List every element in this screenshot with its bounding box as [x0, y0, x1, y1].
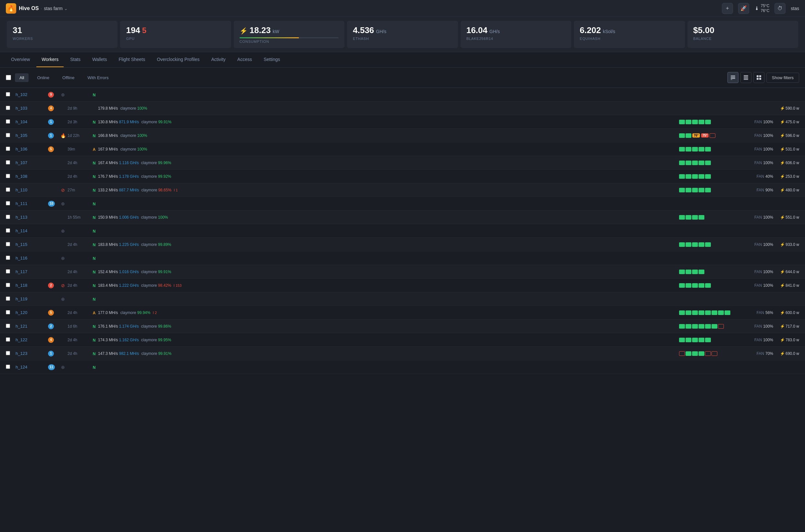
tab-access[interactable]: Access	[232, 52, 257, 67]
alert-badge: 2	[48, 323, 54, 329]
tab-flight-sheets[interactable]: Flight Sheets	[114, 52, 151, 67]
worker-name[interactable]: h_121	[16, 324, 48, 329]
worker-name[interactable]: h_106	[16, 147, 48, 151]
tab-wallets[interactable]: Wallets	[87, 52, 112, 67]
select-all-checkbox[interactable]	[6, 75, 11, 80]
worker-name[interactable]: h_114	[16, 228, 48, 233]
row-checkbox[interactable]	[6, 242, 16, 247]
row-checkbox[interactable]	[6, 188, 16, 193]
filter-offline[interactable]: Offline	[58, 73, 79, 82]
row-checkbox[interactable]	[6, 337, 16, 343]
clock-icon[interactable]: ⏱	[774, 3, 786, 14]
table-row: h_120 5 2d 4h A 177.0 MH/s claymore 99.9…	[0, 306, 805, 320]
row-checkbox[interactable]	[6, 215, 16, 220]
worker-fan: FAN100%	[744, 120, 773, 124]
worker-power: ⚡253.0 w	[773, 174, 799, 179]
row-checkbox[interactable]	[6, 106, 16, 111]
tab-settings[interactable]: Settings	[258, 52, 285, 67]
worker-name[interactable]: h_113	[16, 215, 48, 220]
worker-gpus	[679, 338, 744, 342]
row-checkbox[interactable]	[6, 92, 16, 97]
row-checkbox[interactable]	[6, 255, 16, 261]
svg-rect-6	[744, 78, 748, 78]
view-list-compact[interactable]	[740, 72, 751, 83]
tab-activity[interactable]: Activity	[206, 52, 231, 67]
worker-hashrate: 176.7 MH/s 1.178 GH/s claymore 99.92%	[98, 174, 679, 179]
worker-mode: A	[90, 147, 98, 152]
row-checkbox[interactable]	[6, 147, 16, 152]
tab-stats[interactable]: Stats	[65, 52, 86, 67]
farm-chevron-icon[interactable]: ⌄	[64, 6, 68, 11]
username[interactable]: stas	[791, 6, 799, 11]
alert-badge: 9	[48, 92, 54, 98]
row-checkbox[interactable]	[6, 297, 16, 302]
worker-fan: FAN100%	[744, 283, 773, 288]
equihash-label: EQUIHASH	[580, 37, 679, 41]
rocket-icon[interactable]: 🚀	[738, 3, 749, 14]
row-checkbox[interactable]	[6, 310, 16, 315]
mode-indicator: N	[93, 120, 96, 125]
tab-overclocking[interactable]: Overclocking Profiles	[151, 52, 205, 67]
row-checkbox[interactable]	[6, 228, 16, 233]
row-checkbox[interactable]	[6, 160, 16, 166]
worker-uptime: 2d 4h	[68, 174, 90, 179]
mode-indicator: N	[93, 134, 96, 138]
worker-name[interactable]: h_110	[16, 188, 48, 192]
worker-name[interactable]: h_124	[16, 365, 48, 369]
logo[interactable]: 🔥 Hive OS	[6, 3, 39, 14]
worker-power: ⚡475.0 w	[773, 120, 799, 124]
worker-name[interactable]: h_120	[16, 310, 48, 315]
worker-hashrate: 167.9 MH/s claymore 100%	[98, 147, 679, 151]
worker-power: ⚡531.0 w	[773, 147, 799, 151]
worker-name[interactable]: h_104	[16, 119, 48, 124]
worker-name[interactable]: h_118	[16, 283, 48, 288]
table-row: h_119 ⊕ N	[0, 292, 805, 306]
worker-name[interactable]: h_116	[16, 255, 48, 261]
worker-uptime: 39m	[68, 147, 90, 151]
thermometer-icon: 🌡	[754, 5, 760, 11]
worker-gpus	[679, 147, 744, 151]
row-checkbox[interactable]	[6, 201, 16, 206]
alert-badge: 4	[48, 106, 54, 111]
filter-with-errors[interactable]: With Errors	[83, 73, 113, 82]
worker-name[interactable]: h_102	[16, 92, 48, 97]
show-filters-button[interactable]: Show filters	[766, 73, 799, 83]
tab-workers[interactable]: Workers	[36, 52, 63, 67]
worker-name[interactable]: h_117	[16, 269, 48, 274]
worker-name[interactable]: h_103	[16, 106, 48, 111]
filter-online[interactable]: Online	[33, 73, 54, 82]
add-button[interactable]: ＋	[722, 3, 733, 14]
alert-badge: 10	[48, 201, 55, 207]
row-checkbox[interactable]	[6, 283, 16, 288]
worker-gpus	[679, 324, 744, 329]
gpu-alert: 5	[142, 26, 146, 35]
mode-indicator: N	[93, 284, 96, 288]
worker-name[interactable]: h_115	[16, 242, 48, 247]
view-grid[interactable]	[753, 72, 764, 83]
worker-mode: N	[90, 337, 98, 343]
tab-overview[interactable]: Overview	[6, 52, 35, 67]
row-checkbox[interactable]	[6, 119, 16, 125]
row-checkbox[interactable]	[6, 269, 16, 274]
view-list-detailed[interactable]	[728, 72, 738, 83]
farm-name[interactable]: stas farm	[44, 6, 63, 11]
worker-uptime: 1d 22h	[68, 133, 90, 138]
worker-name[interactable]: h_123	[16, 351, 48, 356]
worker-name[interactable]: h_111	[16, 201, 48, 206]
worker-name[interactable]: h_107	[16, 160, 48, 165]
row-checkbox[interactable]	[6, 351, 16, 356]
worker-name[interactable]: h_119	[16, 297, 48, 301]
worker-name[interactable]: h_122	[16, 337, 48, 342]
worker-name[interactable]: h_105	[16, 133, 48, 138]
worker-uptime: 2d 4h	[68, 270, 90, 274]
svg-rect-4	[744, 75, 748, 76]
row-checkbox[interactable]	[6, 174, 16, 179]
row-checkbox[interactable]	[6, 133, 16, 138]
filter-all[interactable]: All	[15, 73, 29, 82]
alert-badge: 5	[48, 310, 54, 316]
power-icon: ⚡	[780, 324, 785, 329]
row-checkbox[interactable]	[6, 365, 16, 370]
worker-hashrate: 167.4 MH/s 1.116 GH/s claymore 99.96%	[98, 160, 679, 165]
row-checkbox[interactable]	[6, 324, 16, 329]
worker-name[interactable]: h_108	[16, 174, 48, 179]
